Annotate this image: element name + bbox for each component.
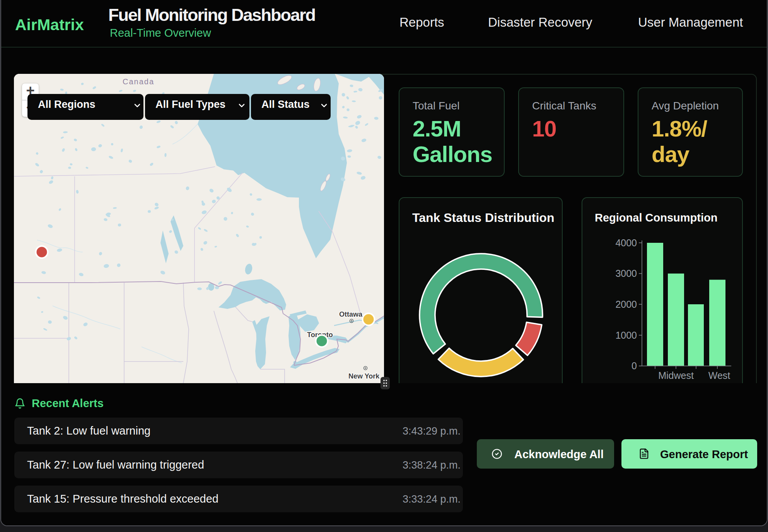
svg-text:3000: 3000: [615, 268, 637, 279]
svg-text:2000: 2000: [615, 299, 637, 310]
svg-text:Ottawa: Ottawa: [339, 310, 363, 318]
svg-text:0: 0: [631, 360, 637, 371]
svg-text:1000: 1000: [615, 330, 637, 341]
svg-text:Midwest: Midwest: [658, 370, 694, 381]
svg-text:New York: New York: [348, 372, 380, 380]
svg-text:Canada: Canada: [123, 77, 154, 86]
svg-text:West: West: [708, 370, 730, 381]
svg-text:4000: 4000: [615, 237, 637, 248]
